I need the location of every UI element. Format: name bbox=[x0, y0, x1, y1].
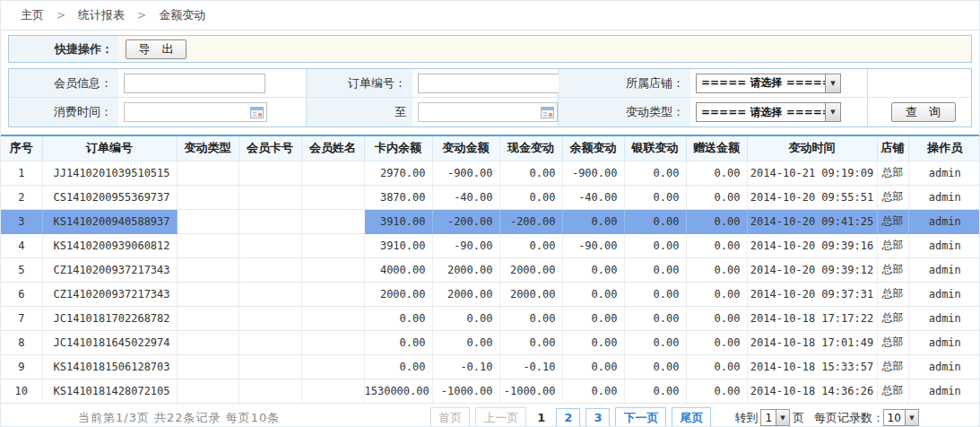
prev-page-button[interactable]: 上一页 bbox=[475, 407, 526, 427]
table-row[interactable]: 3KS14102009405889373910.00-200.00-200.00… bbox=[1, 209, 980, 233]
calendar-icon[interactable] bbox=[250, 107, 264, 118]
table-row[interactable]: 2CS14102009553697373870.00-40.000.00-40.… bbox=[1, 185, 980, 209]
quick-operations-bar: 快捷操作： 导 出 bbox=[8, 35, 972, 63]
column-header: 店铺 bbox=[877, 135, 908, 161]
store-label: 所属店铺： bbox=[559, 69, 690, 97]
per-page-label: 每页记录数 : bbox=[814, 410, 880, 426]
table-header-row: 序号订单编号变动类型会员卡号会员姓名卡内余额变动金额现金变动余额变动银联变动赠送… bbox=[1, 135, 980, 161]
table-row[interactable]: 8JC14101816450229740.000.000.000.000.000… bbox=[1, 330, 980, 354]
column-header: 变动金额 bbox=[432, 135, 499, 161]
column-header: 订单编号 bbox=[42, 135, 177, 161]
column-header: 银联变动 bbox=[624, 135, 686, 161]
page-2-link[interactable]: 2 bbox=[556, 408, 580, 427]
column-header: 变动类型 bbox=[177, 135, 238, 161]
store-select-value: ===== 请选择 ===== bbox=[697, 75, 825, 91]
chevron-down-icon: ▼ bbox=[825, 103, 840, 121]
consume-time-label: 消费时间： bbox=[9, 98, 118, 126]
calendar-icon[interactable] bbox=[541, 107, 554, 118]
column-header: 变动时间 bbox=[747, 135, 877, 161]
per-page-value: 10 bbox=[884, 412, 905, 424]
pagination-bar: 当前第1/3页 共22条记录 每页10条 首页 上一页 1 2 3 下一页 尾页… bbox=[1, 405, 979, 427]
table-row[interactable]: 4KS14102009390608123910.00-90.000.00-90.… bbox=[1, 233, 980, 257]
table-row[interactable]: 1JJ14102010395105152970.00-900.000.00-90… bbox=[1, 161, 980, 185]
goto-label: 转到 bbox=[734, 410, 758, 426]
chevron-down-icon: ▼ bbox=[776, 410, 789, 425]
member-info-input[interactable] bbox=[124, 74, 265, 93]
table-row[interactable]: 7JC14101817022687820.000.000.000.000.000… bbox=[1, 306, 980, 330]
table-row[interactable]: 5CZ14102009372173434000.002000.002000.00… bbox=[1, 257, 980, 282]
next-page-button[interactable]: 下一页 bbox=[615, 407, 666, 427]
table-row[interactable]: 10KS14101814280721051530000.00-1000.00-1… bbox=[1, 379, 980, 403]
table-row[interactable]: 6CZ14102009372173432000.002000.002000.00… bbox=[1, 282, 980, 306]
change-type-label: 变动类型： bbox=[559, 98, 690, 126]
column-header: 卡内余额 bbox=[364, 135, 432, 161]
column-header: 赠送金额 bbox=[686, 135, 747, 161]
goto-page-select[interactable]: 1 ▼ bbox=[760, 409, 790, 426]
column-header: 现金变动 bbox=[499, 135, 562, 161]
table-body: 1JJ14102010395105152970.00-900.000.00-90… bbox=[1, 161, 980, 403]
breadcrumb-separator: > bbox=[137, 9, 146, 22]
chevron-down-icon: ▼ bbox=[905, 410, 918, 425]
column-header: 会员卡号 bbox=[238, 135, 301, 161]
breadcrumb-home[interactable]: 主页 bbox=[21, 7, 44, 23]
goto-unit-label: 页 bbox=[793, 410, 804, 426]
change-type-select-value: ===== 请选择 ===== bbox=[697, 105, 825, 120]
column-header: 会员姓名 bbox=[301, 135, 364, 161]
quick-operations-label: 快捷操作： bbox=[9, 36, 118, 62]
per-page-select[interactable]: 10 ▼ bbox=[883, 409, 919, 426]
table-row[interactable]: 9KS14101815061287030.00-0.10-0.100.000.0… bbox=[1, 354, 980, 379]
date-to-label: 至 bbox=[307, 98, 412, 126]
goto-page-value: 1 bbox=[761, 412, 776, 424]
date-to-input[interactable] bbox=[418, 102, 558, 122]
change-type-select[interactable]: ===== 请选择 ===== ▼ bbox=[696, 102, 841, 122]
breadcrumb-current-page: 金额变动 bbox=[159, 7, 205, 23]
amount-change-table: 序号订单编号变动类型会员卡号会员姓名卡内余额变动金额现金变动余额变动银联变动赠送… bbox=[1, 135, 980, 404]
record-summary: 当前第1/3页 共22条记录 每页10条 bbox=[78, 410, 280, 426]
breadcrumb-separator: > bbox=[56, 9, 65, 22]
export-button[interactable]: 导 出 bbox=[126, 39, 186, 59]
order-number-label: 订单编号： bbox=[307, 69, 412, 97]
date-from-input[interactable] bbox=[124, 102, 267, 122]
order-number-input[interactable] bbox=[418, 74, 559, 93]
store-select[interactable]: ===== 请选择 ===== ▼ bbox=[696, 74, 841, 93]
current-page-number: 1 bbox=[532, 409, 551, 426]
breadcrumb: 主页 > 统计报表 > 金额变动 bbox=[1, 1, 979, 30]
last-page-button[interactable]: 尾页 bbox=[672, 407, 711, 427]
chevron-down-icon: ▼ bbox=[825, 74, 840, 92]
query-button[interactable]: 查 询 bbox=[891, 102, 956, 122]
column-header: 余额变动 bbox=[562, 135, 624, 161]
first-page-button[interactable]: 首页 bbox=[430, 407, 470, 427]
member-info-label: 会员信息： bbox=[9, 69, 118, 97]
column-header: 操作员 bbox=[908, 135, 980, 161]
page-3-link[interactable]: 3 bbox=[585, 408, 610, 427]
breadcrumb-reports[interactable]: 统计报表 bbox=[78, 7, 125, 23]
column-header: 序号 bbox=[1, 135, 42, 161]
filter-panel: 会员信息： 订单编号： 所属店铺： ===== 请选择 ===== ▼ 消费时间… bbox=[8, 68, 972, 127]
